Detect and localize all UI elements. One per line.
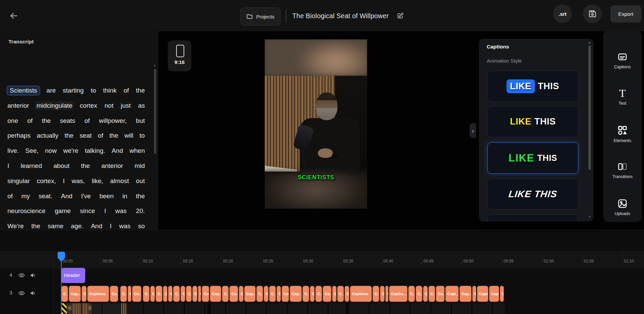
transcript-word: are xyxy=(46,87,56,94)
caption-clip[interactable]: Captio... xyxy=(389,286,408,302)
caption-clip[interactable]: Captions xyxy=(350,286,372,302)
caption-clip[interactable]: C. xyxy=(277,286,281,302)
edit-title-button[interactable] xyxy=(397,12,404,19)
caption-clip[interactable]: C xyxy=(385,286,388,302)
video-preview[interactable]: SCIENTISTS xyxy=(265,39,367,209)
caption-clip[interactable]: C. xyxy=(168,286,172,302)
caption-clip[interactable]: C... xyxy=(61,286,68,302)
panel-scrollbar[interactable] xyxy=(588,45,591,170)
caption-clip[interactable]: C... xyxy=(173,286,180,302)
sidebar-item-captions[interactable]: Captions xyxy=(603,47,642,74)
transcript-scroll-up-icon[interactable]: ▲ xyxy=(153,64,156,67)
caption-clip[interactable]: C xyxy=(198,286,201,302)
transcript-scrollbar[interactable] xyxy=(154,69,156,154)
caption-clip[interactable]: C... xyxy=(315,286,322,302)
animation-style-card-script[interactable]: LIKE THIS xyxy=(487,178,578,210)
animation-style-card-blue-box[interactable]: LIKETHIS xyxy=(487,71,578,102)
track-3-visibility-toggle[interactable] xyxy=(18,290,25,296)
caption-clip[interactable]: C. xyxy=(239,286,244,302)
caption-clip[interactable]: Ca... xyxy=(323,286,331,302)
caption-clip[interactable]: C. xyxy=(163,286,167,302)
caption-clip[interactable]: Captions xyxy=(87,286,109,302)
caption-clip[interactable]: C.. xyxy=(192,286,197,302)
caption-clip[interactable]: C. xyxy=(181,286,185,302)
caption-clip[interactable]: C... xyxy=(302,286,309,302)
caption-clip[interactable]: Ca... xyxy=(229,286,238,302)
caption-clip[interactable]: Ca... xyxy=(202,286,209,302)
caption-clip[interactable]: Ca... xyxy=(132,286,141,302)
video-scene xyxy=(265,76,367,172)
caption-clip[interactable]: C... xyxy=(120,286,127,302)
caption-clip[interactable]: C... xyxy=(269,286,276,302)
caption-clip[interactable]: Capt... xyxy=(477,286,488,302)
sidebar-item-elements[interactable]: Elements xyxy=(603,120,642,147)
timeline-ruler[interactable]: 00:0000:0500:1000:1500:2000:2500:3000:35… xyxy=(0,251,644,268)
sidebar-item-transitions[interactable]: Transitions xyxy=(603,157,642,184)
save-button[interactable] xyxy=(583,4,602,23)
animation-style-label: Animation Style xyxy=(487,58,522,64)
caption-clip[interactable]: C. xyxy=(264,286,268,302)
srt-export-button[interactable]: .srt xyxy=(553,4,572,23)
sidebar-item-text[interactable]: TText xyxy=(603,83,642,110)
export-button[interactable]: Export xyxy=(610,5,641,23)
header-clip[interactable]: Header xyxy=(61,268,85,283)
ruler-tick-line xyxy=(301,251,301,267)
ruler-tick-label: 00:15 xyxy=(183,259,193,264)
track-4-visibility-toggle[interactable] xyxy=(18,272,25,279)
video-filmstrip-track[interactable] xyxy=(61,303,505,314)
save-icon xyxy=(588,10,597,18)
highlighted-word[interactable]: Scientists xyxy=(7,86,40,95)
caption-clip[interactable]: C.. xyxy=(82,286,87,302)
caption-clip[interactable]: Cap... xyxy=(210,286,221,302)
transcript-word: the xyxy=(109,132,118,139)
caption-clip[interactable]: C. xyxy=(128,286,131,302)
caption-clip[interactable]: C... xyxy=(408,286,415,302)
caption-clip[interactable]: C. xyxy=(310,286,315,302)
caption-clip[interactable]: C. xyxy=(332,286,336,302)
projects-button[interactable]: Projects xyxy=(240,7,281,26)
style-word-this: THIS xyxy=(538,81,559,92)
aspect-ratio-button[interactable]: 9:16 xyxy=(168,40,191,71)
sidebar-item-uploads[interactable]: Uploads xyxy=(603,194,642,221)
panel-scroll-down-icon[interactable]: ▼ xyxy=(588,215,591,218)
caption-clip[interactable]: Capt... xyxy=(445,286,459,302)
caption-clip[interactable]: C. xyxy=(150,286,155,302)
caption-clip[interactable]: C.. xyxy=(143,286,150,302)
ruler-tick-label: 00:45 xyxy=(423,259,433,264)
caption-clip[interactable]: C.. xyxy=(186,286,192,302)
ruler-tick-label: 00:40 xyxy=(383,259,393,264)
caption-clip[interactable]: C xyxy=(500,286,504,302)
caption-clip[interactable]: C. xyxy=(345,286,349,302)
caption-clip[interactable]: C xyxy=(472,286,476,302)
panel-scroll-up-icon[interactable]: ▲ xyxy=(588,41,591,44)
caption-clip[interactable]: C. xyxy=(380,286,385,302)
sidebar-item-label: Elements xyxy=(614,138,631,143)
video-caption-overlay[interactable]: SCIENTISTS xyxy=(265,174,367,181)
track-3-mute-toggle[interactable] xyxy=(30,290,36,296)
track-4-mute-toggle[interactable] xyxy=(30,272,36,279)
caption-clip[interactable]: Cap... xyxy=(489,286,499,302)
animation-style-card-partial[interactable] xyxy=(487,214,578,221)
caption-clip[interactable]: Ca... xyxy=(282,286,289,302)
transcript-word: perhaps xyxy=(7,132,31,139)
caption-clip[interactable]: Ca... xyxy=(436,286,445,302)
caption-clip[interactable]: Cap... xyxy=(69,286,81,302)
caption-clip[interactable]: C... xyxy=(222,286,229,302)
caption-clip[interactable]: Ca... xyxy=(110,286,118,302)
animation-style-card-yellow[interactable]: LIKETHIS xyxy=(487,106,578,137)
caption-clip[interactable]: C. xyxy=(423,286,428,302)
caption-clip[interactable]: C... xyxy=(373,286,379,302)
caption-clip[interactable]: Cap... xyxy=(290,286,302,302)
caption-clip[interactable]: Cap... xyxy=(244,286,256,302)
caption-clip[interactable]: C... xyxy=(337,286,344,302)
panel-collapse-button[interactable]: › xyxy=(470,123,476,138)
top-bar: Projects The Biological Seat of Willpowe… xyxy=(0,0,644,32)
caption-clip[interactable]: C... xyxy=(256,286,263,302)
back-button[interactable] xyxy=(9,11,20,22)
track-number: 3 xyxy=(9,290,12,295)
caption-clip[interactable]: C... xyxy=(156,286,162,302)
caption-clip[interactable]: C... xyxy=(428,286,435,302)
animation-style-card-green[interactable]: LIKETHIS xyxy=(487,142,578,174)
caption-clip[interactable]: C... xyxy=(416,286,422,302)
caption-clip[interactable]: Cap... xyxy=(459,286,472,302)
